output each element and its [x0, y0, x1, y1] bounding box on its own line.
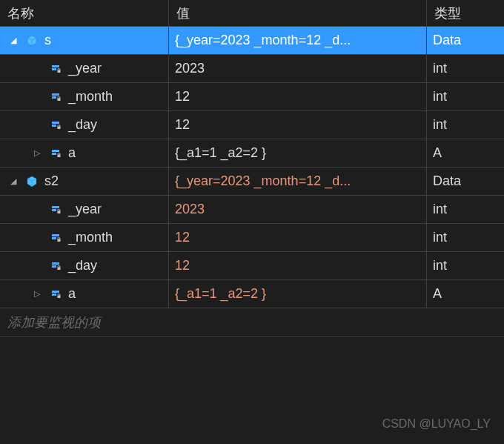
svg-rect-2	[58, 70, 61, 73]
value-cell[interactable]: {_year=2023 _month=12 _d...	[169, 168, 427, 195]
field-icon	[47, 91, 64, 103]
table-header: 名称 值 类型	[0, 0, 504, 27]
variable-name: _day	[68, 258, 97, 274]
type-cell: A	[427, 139, 504, 167]
variable-name: s2	[44, 173, 59, 189]
svg-rect-11	[58, 155, 61, 157]
svg-rect-8	[58, 127, 61, 129]
expander-expanded-icon[interactable]: ◢	[7, 176, 19, 186]
watch-rows: ◢s{_year=2023 _month=12 _d...Data_year20…	[0, 27, 504, 308]
name-cell[interactable]: ▷a	[0, 139, 169, 167]
table-row[interactable]: _month12int	[0, 83, 504, 111]
variable-value: 2023	[175, 202, 205, 217]
variable-value: {_a1=1 _a2=2 }	[175, 145, 266, 161]
name-cell[interactable]: _day	[0, 111, 169, 139]
name-cell[interactable]: _year	[0, 196, 169, 223]
svg-rect-12	[52, 206, 59, 208]
svg-rect-5	[58, 99, 61, 101]
expander-collapsed-icon[interactable]: ▷	[31, 148, 43, 158]
type-cell: int	[427, 55, 504, 82]
table-row[interactable]: ▷a{_a1=1 _a2=2 }A	[0, 139, 504, 168]
variable-value: {_year=2023 _month=12 _d...	[175, 173, 351, 189]
variable-type: A	[433, 145, 442, 161]
variable-type: int	[433, 230, 447, 245]
svg-rect-7	[52, 125, 56, 127]
name-cell[interactable]: ▷a	[0, 280, 169, 308]
type-cell: int	[427, 196, 504, 223]
svg-rect-23	[58, 296, 61, 298]
variable-name: _month	[68, 230, 113, 245]
svg-rect-15	[52, 234, 59, 236]
type-cell: int	[427, 83, 504, 110]
variable-value: 12	[175, 117, 190, 133]
header-value[interactable]: 值	[169, 0, 427, 26]
table-row[interactable]: _day12int	[0, 252, 504, 280]
add-watch-placeholder[interactable]: 添加要监视的项	[0, 308, 504, 337]
type-cell: A	[427, 280, 504, 308]
value-cell[interactable]: 12	[169, 83, 427, 110]
field-icon	[47, 288, 64, 300]
name-cell[interactable]: ◢s2	[0, 168, 169, 195]
field-icon	[47, 119, 64, 131]
expander-expanded-icon[interactable]: ◢	[7, 36, 19, 45]
variable-type: Data	[433, 173, 461, 189]
value-cell[interactable]: {_a1=1 _a2=2 }	[169, 280, 427, 308]
svg-rect-20	[58, 268, 61, 270]
value-cell[interactable]: 12	[169, 224, 427, 251]
table-row[interactable]: _year2023int	[0, 196, 504, 224]
svg-rect-13	[52, 209, 56, 211]
type-cell: Data	[427, 168, 504, 195]
value-cell[interactable]: {_a1=1 _a2=2 }	[169, 139, 427, 167]
name-cell[interactable]: ◢s	[0, 27, 169, 54]
variable-type: int	[433, 89, 447, 105]
svg-rect-9	[52, 150, 59, 152]
table-row[interactable]: _year2023int	[0, 55, 504, 83]
value-cell[interactable]: 2023	[169, 196, 427, 223]
table-row[interactable]: ◢s{_year=2023 _month=12 _d...Data	[0, 27, 504, 55]
svg-rect-10	[52, 153, 56, 155]
variable-name: _year	[68, 61, 102, 76]
field-icon	[47, 260, 64, 272]
svg-rect-16	[52, 237, 56, 239]
field-icon	[47, 232, 64, 244]
variable-name: a	[68, 145, 76, 161]
name-cell[interactable]: _month	[0, 83, 169, 110]
svg-rect-6	[52, 122, 59, 124]
value-cell[interactable]: 2023	[169, 55, 427, 82]
name-cell[interactable]: _year	[0, 55, 169, 82]
svg-rect-18	[52, 262, 59, 265]
variable-value: {_year=2023 _month=12 _d...	[175, 33, 351, 48]
variable-type: int	[433, 202, 447, 217]
name-cell[interactable]: _day	[0, 252, 169, 279]
variable-value: 12	[175, 89, 190, 105]
type-cell: Data	[427, 27, 504, 54]
variable-value: 12	[175, 230, 190, 245]
svg-rect-17	[58, 239, 61, 242]
svg-rect-0	[52, 65, 59, 67]
variable-value: 2023	[175, 61, 205, 76]
svg-rect-19	[52, 265, 56, 268]
name-cell[interactable]: _month	[0, 224, 169, 251]
type-cell: int	[427, 224, 504, 251]
type-cell: int	[427, 111, 504, 139]
header-name[interactable]: 名称	[0, 0, 169, 26]
variable-type: int	[433, 61, 447, 76]
header-type[interactable]: 类型	[427, 0, 504, 26]
value-cell[interactable]: 12	[169, 252, 427, 279]
field-icon	[47, 63, 64, 75]
table-row[interactable]: ◢s2{_year=2023 _month=12 _d...Data	[0, 168, 504, 196]
value-cell[interactable]: {_year=2023 _month=12 _d...	[169, 27, 427, 54]
table-row[interactable]: ▷a{_a1=1 _a2=2 }A	[0, 280, 504, 308]
table-row[interactable]: _month12int	[0, 224, 504, 252]
variable-type: int	[433, 117, 447, 133]
field-icon	[47, 148, 64, 159]
table-row[interactable]: _day12int	[0, 111, 504, 139]
variable-name: a	[68, 286, 76, 302]
variable-type: Data	[433, 33, 461, 48]
value-cell[interactable]: 12	[169, 111, 427, 139]
expander-collapsed-icon[interactable]: ▷	[31, 289, 43, 299]
variable-name: _year	[68, 202, 102, 217]
svg-rect-22	[52, 294, 56, 296]
object-icon	[24, 176, 40, 188]
svg-rect-1	[52, 68, 56, 70]
